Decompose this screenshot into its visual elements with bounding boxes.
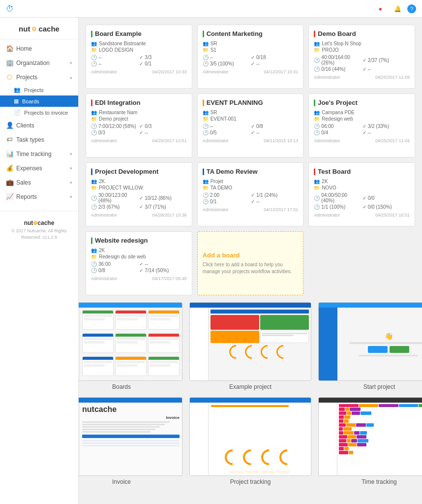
time-tracking-icon: 📊 bbox=[6, 150, 13, 158]
board-card[interactable]: Demo Board 👥 Let's Stop N Shop 📁 PROJO 🕐… bbox=[308, 25, 415, 89]
board-stat-time1: 🕐 30:00/123:00 (48%) bbox=[91, 192, 138, 203]
tasks-icon: ✓ bbox=[139, 195, 143, 201]
sidebar-item-time-tracking[interactable]: 📊 Time tracking ▾ bbox=[0, 147, 78, 161]
projects-label: Projects bbox=[16, 74, 66, 81]
tasks2-icon: ✓ bbox=[139, 204, 143, 210]
client-icon: 👥 bbox=[203, 179, 209, 184]
board-client: 👥 Restaurante Nam bbox=[91, 110, 187, 115]
help-icon[interactable]: ? bbox=[407, 4, 416, 13]
board-color-indicator bbox=[91, 168, 92, 175]
clock-icon: 🕐 bbox=[203, 192, 209, 198]
time-chevron-icon: ▾ bbox=[70, 152, 72, 157]
sidebar-item-expenses[interactable]: 💰 Expenses ▾ bbox=[0, 161, 78, 175]
sidebar-item-boards[interactable]: ▦ Boards bbox=[0, 95, 78, 107]
gallery-item-time[interactable]: Time tracking bbox=[318, 397, 422, 485]
board-stat-tasks1: ✓ 3/2 (33%) bbox=[362, 124, 410, 129]
board-date: 04/12/2017 17:01 bbox=[264, 207, 298, 212]
board-title: TA Demo Review bbox=[203, 168, 299, 175]
tasks2-icon: ✓ bbox=[139, 61, 143, 66]
client-icon: 👥 bbox=[314, 110, 320, 115]
clock-icon: 🕐 bbox=[91, 195, 97, 201]
logo-container: nut ⚙ cache bbox=[6, 25, 72, 33]
board-card[interactable]: Joe's Project 👥 Campana PDE 📁 Redesign w… bbox=[308, 94, 415, 158]
board-stat-tasks1: ✓ 0/3 bbox=[139, 124, 186, 129]
client-icon: 👥 bbox=[203, 41, 209, 46]
board-stat-tasks2: ✓ -- bbox=[362, 130, 410, 135]
sidebar-item-clients[interactable]: 👤 Clients bbox=[0, 118, 78, 132]
sidebar-footer: nut⚙cache © 2017 Nutcache. All RightsRes… bbox=[0, 211, 78, 244]
board-client: 👥 2K bbox=[91, 248, 187, 253]
gallery-row-2: nutcache Invoice Invoice bbox=[86, 397, 415, 485]
add-board-card[interactable]: Add a board Click here to add a board to… bbox=[197, 231, 304, 295]
client-icon: 👥 bbox=[91, 179, 97, 184]
main-layout: nut ⚙ cache 🏠 Home 🏢 Organization ▾ ⬡ Pr… bbox=[0, 18, 422, 504]
reports-chevron-icon: ▾ bbox=[70, 194, 72, 199]
board-stat-tasks2: ✓ 0/0 (150%) bbox=[362, 204, 410, 210]
boards-icon: ▦ bbox=[14, 98, 19, 104]
board-footer: Administrator 04/25/2017 10:51 bbox=[314, 213, 410, 218]
board-card[interactable]: EVENT PLANNING 👥 SR 📁 EVENT-001 🕐 -- ✓ 0… bbox=[197, 94, 304, 158]
tasks2-icon: ✓ bbox=[251, 61, 255, 66]
board-stat-time2: 🕐 2/3 (67%) bbox=[91, 204, 138, 210]
sidebar-item-projects-sub[interactable]: 👥 Projects bbox=[0, 84, 78, 95]
board-color-indicator bbox=[203, 31, 204, 37]
board-card[interactable]: Test Board 👥 2K 📁 NOVO 🕐 04:00/50:00 (40… bbox=[308, 162, 415, 226]
board-stat-time2: 🕐 -- bbox=[91, 61, 138, 66]
sidebar-item-reports[interactable]: 📈 Reports ▾ bbox=[0, 189, 78, 204]
expenses-icon: 💰 bbox=[6, 164, 13, 172]
boards-grid: Board Example 👥 Sandstone Bistroante 📁 L… bbox=[86, 25, 415, 295]
tasks2-icon: ✓ bbox=[139, 130, 143, 135]
clock-icon: 🕐 bbox=[91, 261, 97, 267]
sidebar-item-projects[interactable]: ⬡ Projects ▴ bbox=[0, 70, 78, 84]
gallery-item-boards[interactable]: Boards bbox=[79, 302, 182, 390]
sidebar-item-projects-invoice[interactable]: 📄 Projects to invoice bbox=[0, 107, 78, 118]
tasks2-icon: ✓ bbox=[362, 204, 366, 210]
sidebar-item-task-types[interactable]: 🏷 Task types bbox=[0, 132, 78, 147]
client-icon: 👥 bbox=[91, 41, 97, 46]
gallery-item-start[interactable]: 👋 Start project bbox=[318, 302, 422, 390]
board-stat-tasks2: ✓ 3/7 (71%) bbox=[139, 204, 186, 210]
board-card[interactable]: Website redesign 👥 2K 📁 Redesign du site… bbox=[86, 231, 192, 295]
sidebar-item-sales[interactable]: 💼 Sales ▾ bbox=[0, 175, 78, 189]
board-title: Demo Board bbox=[314, 30, 410, 37]
board-user: Administrator bbox=[91, 213, 117, 218]
sidebar-item-organization[interactable]: 🏢 Organization ▾ bbox=[0, 56, 78, 70]
board-stat-time2: 🕐 3/5 (100%) bbox=[203, 61, 250, 66]
board-project: 📁 PROJO bbox=[314, 47, 410, 53]
task-types-icon: 🏷 bbox=[6, 136, 13, 143]
home-icon: 🏠 bbox=[6, 45, 13, 52]
chevron-up-icon: ▴ bbox=[70, 75, 72, 80]
board-card[interactable]: Project Development 👥 2K 📁 PROJECT WILLO… bbox=[86, 162, 192, 226]
board-client: 👥 SR bbox=[203, 110, 299, 115]
bell-icon[interactable]: 🔔 bbox=[394, 5, 401, 12]
board-stat-tasks2: ✓ -- bbox=[139, 130, 186, 135]
timer-icon[interactable]: ⏱ bbox=[6, 4, 14, 13]
board-card[interactable]: EDI Integration 👥 Restaurante Nam 📁 Demo… bbox=[86, 94, 192, 158]
projects-icon: ⬡ bbox=[6, 73, 13, 81]
board-card[interactable]: TA Demo Review 👥 Projet 📁 TA DEMO 🕐 2:00… bbox=[197, 162, 304, 226]
board-date: 04/28/2017 10:36 bbox=[152, 213, 187, 218]
gallery-item-project[interactable]: Example project bbox=[189, 302, 311, 390]
logo-cache: cache bbox=[38, 25, 60, 33]
board-user: Administrator bbox=[203, 69, 229, 74]
gallery-item-tracking[interactable]: Project tracking bbox=[189, 397, 311, 485]
projects-sub-icon: 👥 bbox=[14, 87, 21, 93]
gallery-thumb-start: 👋 bbox=[318, 302, 422, 381]
board-card[interactable]: Board Example 👥 Sandstone Bistroante 📁 L… bbox=[86, 25, 192, 89]
board-stat-tasks2: ✓ -- bbox=[251, 61, 298, 66]
tasks2-icon: ✓ bbox=[362, 130, 366, 135]
sidebar-item-home[interactable]: 🏠 Home bbox=[0, 41, 78, 56]
project-icon: 📁 bbox=[91, 116, 97, 122]
board-project: 📁 TA DEMO bbox=[203, 185, 299, 190]
projects-invoice-label: Projects to invoice bbox=[24, 110, 68, 116]
task-types-label: Task types bbox=[16, 136, 72, 143]
tasks2-icon: ✓ bbox=[251, 199, 255, 204]
tasks-icon: ✓ bbox=[139, 124, 143, 129]
board-stat-tasks1: ✓ 2/37 (7%) bbox=[362, 55, 410, 65]
board-card[interactable]: Content Marketing 👥 SR 📁 S1 🕐 -- ✓ 0/18 … bbox=[197, 25, 304, 89]
time-tracking-label: Time tracking bbox=[16, 151, 66, 158]
tasks-icon: ✓ bbox=[362, 124, 366, 129]
gallery-item-invoice[interactable]: nutcache Invoice Invoice bbox=[79, 397, 182, 485]
board-footer: Administrator 04/12/2017 10:31 bbox=[203, 69, 299, 74]
gallery-label-project: Example project bbox=[189, 383, 311, 390]
